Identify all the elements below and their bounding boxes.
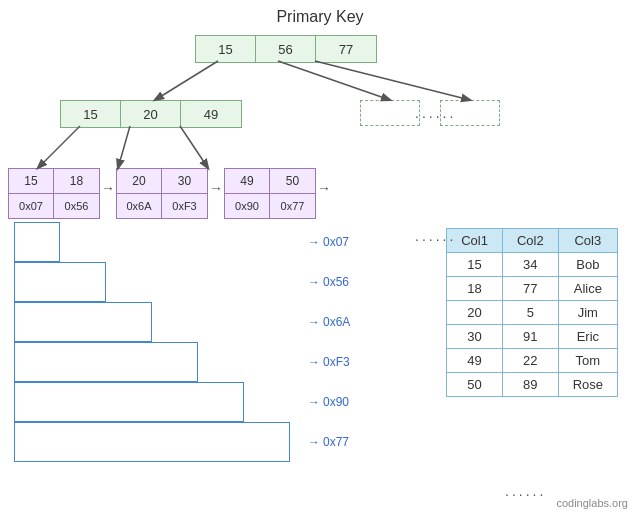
hex-label-0: 0x07 bbox=[323, 235, 349, 249]
connector-box-5 bbox=[14, 382, 244, 422]
level2-cell-2: 49 bbox=[181, 101, 241, 127]
leaf-arrow-2: → bbox=[317, 168, 331, 196]
table-row: 3091Eric bbox=[447, 325, 618, 349]
footer-text: codinglabs.org bbox=[556, 497, 628, 509]
pk-node: 15 56 77 bbox=[195, 35, 377, 63]
hex-pointer-2: → 0x6A bbox=[308, 315, 350, 329]
leaf-bottom-cell-21: 0x77 bbox=[270, 194, 315, 218]
connector-box-6 bbox=[14, 422, 290, 462]
pk-cell-0: 15 bbox=[196, 36, 256, 62]
leaf-arrow-1: → bbox=[209, 168, 223, 196]
leaf-bottom-0: 0x07 0x56 bbox=[8, 194, 100, 219]
dots-table-bottom: ...... bbox=[505, 483, 546, 499]
connector-box-3 bbox=[14, 302, 152, 342]
leaf-bottom-1: 0x6A 0xF3 bbox=[116, 194, 208, 219]
svg-line-1 bbox=[278, 61, 390, 100]
leaf-node-1: 20 30 0x6A 0xF3 bbox=[116, 168, 208, 219]
leaf-bottom-2: 0x90 0x77 bbox=[224, 194, 316, 219]
leaf-top-cell-11: 30 bbox=[162, 169, 207, 193]
table-cell-4-2: Tom bbox=[558, 349, 617, 373]
col-header-2: Col3 bbox=[558, 229, 617, 253]
level2-node: 15 20 49 bbox=[60, 100, 242, 128]
hex-label-4: 0x90 bbox=[323, 395, 349, 409]
table-cell-0-0: 15 bbox=[447, 253, 503, 277]
svg-line-3 bbox=[38, 126, 80, 168]
leaf-bottom-cell-00: 0x07 bbox=[9, 194, 54, 218]
table-cell-5-2: Rose bbox=[558, 373, 617, 397]
arrow-icon-0: → bbox=[308, 235, 320, 249]
leaf-top-cell-21: 50 bbox=[270, 169, 315, 193]
table-cell-3-0: 30 bbox=[447, 325, 503, 349]
table-row: 205Jim bbox=[447, 301, 618, 325]
arrow-icon-2: → bbox=[308, 315, 320, 329]
connector-box-4 bbox=[14, 342, 198, 382]
data-table: Col1 Col2 Col3 1534Bob1877Alice205Jim309… bbox=[446, 228, 618, 397]
arrow-icon-3: → bbox=[308, 355, 320, 369]
arrow-icon-4: → bbox=[308, 395, 320, 409]
table-cell-1-2: Alice bbox=[558, 277, 617, 301]
dashed-node-1 bbox=[360, 100, 420, 126]
table-row: 1877Alice bbox=[447, 277, 618, 301]
table-cell-1-1: 77 bbox=[502, 277, 558, 301]
level2-cell-1: 20 bbox=[121, 101, 181, 127]
leaf-top-2: 49 50 bbox=[224, 168, 316, 194]
table-cell-5-0: 50 bbox=[447, 373, 503, 397]
table-cell-0-1: 34 bbox=[502, 253, 558, 277]
svg-line-2 bbox=[315, 61, 470, 100]
table-row: 1534Bob bbox=[447, 253, 618, 277]
dots-right-level2: ...... bbox=[415, 105, 456, 121]
leaf-row: 15 18 0x07 0x56 → 20 30 0x6A 0xF3 → 49 bbox=[8, 168, 332, 219]
level2-cell-0: 15 bbox=[61, 101, 121, 127]
svg-line-4 bbox=[118, 126, 130, 168]
hex-label-2: 0x6A bbox=[323, 315, 350, 329]
leaf-bottom-cell-20: 0x90 bbox=[225, 194, 270, 218]
leaf-top-cell-20: 49 bbox=[225, 169, 270, 193]
connector-box-1 bbox=[14, 222, 60, 262]
leaf-top-1: 20 30 bbox=[116, 168, 208, 194]
page-title: Primary Key bbox=[0, 8, 640, 26]
arrow-icon-5: → bbox=[308, 435, 320, 449]
leaf-top-cell-01: 18 bbox=[54, 169, 99, 193]
svg-line-5 bbox=[180, 126, 208, 168]
leaf-bottom-cell-10: 0x6A bbox=[117, 194, 162, 218]
col-header-1: Col2 bbox=[502, 229, 558, 253]
table-cell-0-2: Bob bbox=[558, 253, 617, 277]
leaf-bottom-cell-01: 0x56 bbox=[54, 194, 99, 218]
svg-line-0 bbox=[155, 61, 218, 100]
connector-box-2 bbox=[14, 262, 106, 302]
leaf-top-0: 15 18 bbox=[8, 168, 100, 194]
hex-label-3: 0xF3 bbox=[323, 355, 350, 369]
hex-pointer-3: → 0xF3 bbox=[308, 355, 350, 369]
table-cell-3-1: 91 bbox=[502, 325, 558, 349]
hex-pointer-0: → 0x07 bbox=[308, 235, 349, 249]
table-cell-2-2: Jim bbox=[558, 301, 617, 325]
hex-pointer-1: → 0x56 bbox=[308, 275, 349, 289]
leaf-node-0: 15 18 0x07 0x56 bbox=[8, 168, 100, 219]
table-cell-2-1: 5 bbox=[502, 301, 558, 325]
main-container: Primary Key 15 56 77 15 20 49 15 18 0x07… bbox=[0, 0, 640, 515]
arrow-icon-1: → bbox=[308, 275, 320, 289]
pk-cell-2: 77 bbox=[316, 36, 376, 62]
pk-cell-1: 56 bbox=[256, 36, 316, 62]
hex-pointer-5: → 0x77 bbox=[308, 435, 349, 449]
hex-label-1: 0x56 bbox=[323, 275, 349, 289]
table-cell-5-1: 89 bbox=[502, 373, 558, 397]
table-cell-3-2: Eric bbox=[558, 325, 617, 349]
leaf-top-cell-00: 15 bbox=[9, 169, 54, 193]
leaf-node-2: 49 50 0x90 0x77 bbox=[224, 168, 316, 219]
leaf-arrow-0: → bbox=[101, 168, 115, 196]
table-cell-2-0: 20 bbox=[447, 301, 503, 325]
table-cell-4-0: 49 bbox=[447, 349, 503, 373]
leaf-bottom-cell-11: 0xF3 bbox=[162, 194, 207, 218]
hex-label-5: 0x77 bbox=[323, 435, 349, 449]
table-cell-1-0: 18 bbox=[447, 277, 503, 301]
dots-middle: ...... bbox=[415, 228, 456, 244]
leaf-top-cell-10: 20 bbox=[117, 169, 162, 193]
table-row: 5089Rose bbox=[447, 373, 618, 397]
hex-pointer-4: → 0x90 bbox=[308, 395, 349, 409]
table-cell-4-1: 22 bbox=[502, 349, 558, 373]
table-row: 4922Tom bbox=[447, 349, 618, 373]
